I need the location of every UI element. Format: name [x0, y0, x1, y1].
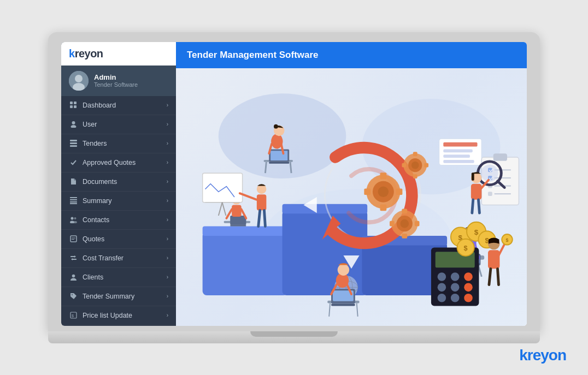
svg-rect-95: [443, 154, 470, 158]
logo-text: kreyon: [69, 47, 103, 60]
sidebar: kreyon: [61, 42, 176, 326]
svg-line-147: [498, 269, 499, 284]
grid-icon: [69, 101, 78, 110]
svg-rect-144: [488, 250, 499, 269]
svg-rect-20: [70, 236, 77, 242]
sidebar-label-tender-summary: Tender Summary: [83, 293, 134, 300]
sidebar-item-cost-transfer[interactable]: Cost Transfer ›: [61, 249, 176, 268]
svg-point-31: [219, 93, 346, 178]
nav-item-left: Tender Summary: [69, 292, 134, 301]
svg-rect-47: [380, 204, 387, 211]
sidebar-label-user: User: [83, 121, 97, 128]
sidebar-label-tenders: Tenders: [83, 140, 107, 147]
person-icon: [69, 120, 78, 129]
svg-point-7: [72, 121, 75, 124]
illustration: $ $ $ $: [176, 68, 527, 326]
user-section: Admin Tender Software: [61, 66, 176, 96]
chevron-right-icon: ›: [167, 102, 168, 108]
svg-line-157: [329, 303, 330, 316]
svg-rect-60: [402, 209, 407, 213]
sidebar-item-summary[interactable]: Summary ›: [61, 192, 176, 211]
svg-text:$: $: [506, 237, 509, 242]
svg-rect-10: [70, 142, 77, 144]
nav-item-left: Quotes: [69, 235, 104, 243]
svg-rect-51: [402, 163, 406, 167]
sidebar-item-contacts[interactable]: Contacts ›: [61, 211, 176, 230]
svg-line-83: [290, 162, 291, 172]
svg-line-75: [222, 202, 226, 215]
svg-point-130: [438, 283, 446, 291]
svg-rect-61: [402, 234, 407, 239]
main-content: Tender Management Software: [176, 42, 527, 326]
people-icon: [69, 216, 78, 224]
nav-item-left: $ Price list Update: [69, 311, 132, 320]
sidebar-item-clients[interactable]: Clients ›: [61, 268, 176, 287]
logo-rest: reyon: [75, 47, 103, 59]
nav-item-left: User: [69, 120, 97, 129]
chevron-right-icon: ›: [167, 312, 168, 318]
nav-item-left: Approved Quotes: [69, 158, 136, 167]
bottom-brand: kreyon: [519, 347, 566, 364]
brand-rest: reyon: [527, 347, 566, 364]
clients-icon: [69, 273, 78, 282]
svg-rect-15: [70, 203, 77, 204]
sidebar-item-quotes[interactable]: Quotes ›: [61, 230, 176, 249]
svg-point-108: [481, 164, 498, 181]
svg-line-82: [265, 162, 266, 172]
sidebar-item-tender-summary[interactable]: Tender Summary ›: [61, 287, 176, 306]
svg-point-163: [338, 264, 349, 275]
svg-point-89: [274, 124, 278, 128]
svg-text:$: $: [474, 228, 479, 236]
sidebar-item-approved-quotes[interactable]: Approved Quotes ›: [61, 153, 176, 172]
svg-point-48: [378, 186, 389, 197]
svg-line-158: [357, 303, 358, 316]
sidebar-label-summary: Summary: [83, 197, 111, 205]
svg-point-16: [70, 217, 73, 220]
svg-point-133: [438, 294, 446, 302]
svg-rect-72: [203, 173, 243, 203]
svg-rect-85: [269, 162, 289, 163]
svg-rect-46: [380, 172, 387, 179]
bottom-brand-text: kreyon: [519, 347, 566, 364]
main-header-title: Tender Management Software: [187, 50, 319, 61]
nav-item-left: Clients: [69, 273, 103, 282]
chevron-right-icon: ›: [167, 159, 168, 165]
svg-rect-54: [413, 174, 418, 178]
sidebar-item-documents[interactable]: Documents ›: [61, 172, 176, 192]
sidebar-item-tenders[interactable]: Tenders ›: [61, 134, 176, 153]
chevron-right-icon: ›: [167, 236, 168, 242]
sidebar-label-approved-quotes: Approved Quotes: [83, 159, 136, 166]
svg-rect-44: [364, 188, 371, 195]
svg-text:$: $: [464, 245, 468, 252]
svg-rect-13: [70, 199, 77, 200]
sidebar-logo: kreyon: [61, 42, 176, 66]
brand-k: k: [519, 347, 527, 364]
svg-rect-45: [396, 188, 403, 195]
quotes-icon: [69, 235, 78, 243]
nav-item-left: Documents: [69, 177, 117, 186]
sidebar-item-user[interactable]: User ›: [61, 115, 176, 134]
svg-rect-68: [232, 205, 242, 216]
svg-rect-59: [415, 221, 420, 226]
app-container: kreyon: [61, 42, 527, 326]
svg-rect-94: [443, 149, 472, 152]
chevron-right-icon: ›: [167, 274, 168, 280]
svg-rect-161: [331, 303, 355, 306]
svg-text:$: $: [72, 314, 74, 318]
svg-point-27: [72, 275, 75, 278]
nav-item-left: Dashboard: [69, 101, 116, 110]
nav-item-left: Contacts: [69, 216, 109, 224]
svg-rect-4: [74, 102, 77, 104]
svg-point-134: [451, 294, 460, 302]
svg-rect-98: [493, 153, 507, 161]
sidebar-label-dashboard: Dashboard: [83, 102, 116, 109]
svg-point-62: [400, 219, 409, 228]
svg-rect-96: [443, 159, 474, 163]
sidebar-item-dashboard[interactable]: Dashboard ›: [61, 96, 176, 115]
svg-point-19: [73, 221, 77, 223]
svg-point-128: [451, 272, 460, 281]
sidebar-item-price-list-update[interactable]: $ Price list Update ›: [61, 306, 176, 325]
sidebar-label-cost-transfer: Cost Transfer: [83, 254, 124, 262]
transfer-icon: [69, 254, 78, 263]
svg-rect-53: [413, 152, 418, 156]
